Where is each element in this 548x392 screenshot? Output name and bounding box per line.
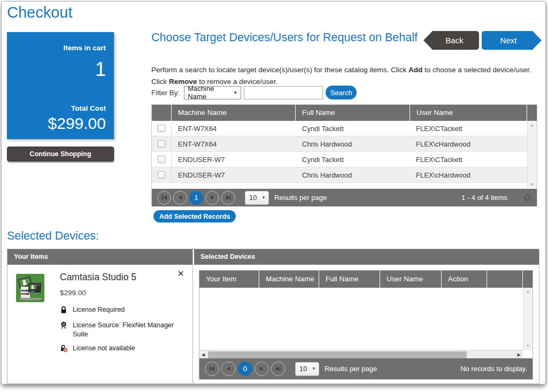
device-grid-header: Machine Name Full Name User Name — [152, 105, 537, 121]
column-header-full-name[interactable]: Full Name — [319, 271, 380, 288]
selected-devices-grid: Your Item Machine Name Full Name User Na… — [199, 270, 533, 380]
filter-row: Filter By: Machine Name ▼ Search — [151, 86, 357, 99]
selected-devices-header: Selected Devices — [194, 249, 539, 265]
scroll-right-icon[interactable]: ▶ — [518, 350, 521, 359]
page-size-select[interactable]: 10 ▼ — [245, 191, 269, 205]
selected-grid-pager: 0 10 ▼ Results per page No records to di… — [199, 358, 532, 379]
column-header-action[interactable]: Action — [442, 271, 487, 288]
column-header-machine-name[interactable]: Machine Name — [259, 271, 319, 288]
selected-grid-header: Your Item Machine Name Full Name User Na… — [199, 271, 532, 288]
machine-name-cell: ENT-W7X64 — [172, 140, 296, 148]
selected-devices-grid-wrap: Your Item Machine Name Full Name User Na… — [193, 265, 539, 385]
back-button[interactable]: Back — [423, 31, 479, 50]
table-row[interactable]: ENT-W7X64 Cyndi Tackett FLEX\CTackett — [152, 121, 537, 136]
license-source-badge: License Source: FlexNet Manager Suite — [60, 321, 180, 339]
license-badges: License Required License Source: FlexNet… — [60, 305, 180, 359]
column-header-machine-name[interactable]: Machine Name — [172, 105, 295, 121]
scroll-up-icon[interactable]: ▲ — [530, 123, 534, 127]
scroll-up-icon[interactable]: ▲ — [526, 290, 530, 294]
row-checkbox[interactable] — [158, 140, 165, 148]
user-name-cell: FLEX\cHardwood — [410, 171, 528, 179]
filter-search-input[interactable] — [244, 86, 323, 99]
chevron-down-icon: ▼ — [233, 90, 237, 95]
row-checkbox[interactable] — [158, 156, 165, 163]
filter-by-label: Filter By: — [151, 89, 180, 97]
last-page-icon — [226, 195, 231, 201]
cart-summary: Items in cart 1 Total Cost $299.00 — [7, 32, 114, 139]
total-cost-label: Total Cost — [71, 104, 106, 112]
next-page-button[interactable] — [205, 191, 219, 205]
scrollbar-header-spacer — [527, 105, 537, 121]
next-page-icon — [210, 195, 215, 201]
prev-page-icon — [226, 366, 231, 372]
scroll-left-icon[interactable]: ◀ — [202, 350, 205, 359]
add-selected-records-button[interactable]: Add Selected Records — [153, 210, 236, 222]
full-name-cell: Cyndi Tackett — [296, 125, 410, 133]
scroll-down-icon[interactable]: ▼ — [530, 182, 534, 186]
item-price: $299.00 — [60, 289, 86, 297]
item-name: Camtasia Studio 5 — [60, 272, 136, 283]
prev-page-button[interactable] — [173, 191, 187, 205]
last-page-button[interactable] — [271, 362, 285, 376]
next-page-button[interactable] — [254, 362, 269, 376]
license-required-badge: License Required — [60, 305, 180, 316]
refresh-icon[interactable] — [523, 194, 531, 202]
items-in-cart-count: 1 — [95, 58, 106, 81]
column-header-user-name[interactable]: User Name — [380, 271, 441, 288]
wizard-step-heading: Choose Target Devices/Users for Request … — [151, 30, 427, 45]
user-name-cell: FLEX\cHardwood — [410, 140, 528, 148]
user-name-cell: FLEX\CTackett — [410, 125, 528, 133]
first-page-icon — [209, 366, 215, 372]
row-checkbox-cell — [152, 167, 172, 182]
continue-shopping-button[interactable]: Continue Shopping — [7, 147, 114, 162]
license-required-text: License Required — [73, 305, 125, 316]
items-in-cart-label: Items in cart — [63, 44, 106, 52]
device-search-grid: Machine Name Full Name User Name ENT-W7X… — [151, 104, 537, 206]
no-records-label: No records to display. — [460, 365, 527, 373]
full-name-cell: Chris Hardwood — [296, 140, 410, 148]
prev-page-button[interactable] — [221, 362, 236, 376]
row-checkbox[interactable] — [158, 171, 165, 179]
page-size-select[interactable]: 10 ▼ — [295, 362, 319, 376]
vertical-scrollbar[interactable]: ▲ ▼ — [527, 121, 537, 188]
search-button[interactable]: Search — [326, 86, 357, 99]
next-button[interactable]: Next — [482, 31, 542, 50]
column-header-your-item[interactable]: Your Item — [199, 271, 259, 288]
current-page-button[interactable]: 0 — [238, 362, 252, 376]
table-row[interactable]: ENDUSER-W7 Chris Hardwood FLEX\cHardwood — [152, 167, 537, 183]
machine-name-cell: ENDUSER-W7 — [172, 156, 296, 164]
first-page-button[interactable] — [157, 191, 171, 205]
last-page-button[interactable] — [221, 191, 235, 205]
ribbon-icon — [60, 321, 68, 339]
scroll-down-icon[interactable]: ▼ — [526, 344, 530, 348]
column-header-full-name[interactable]: Full Name — [296, 105, 410, 121]
table-row[interactable]: ENDUSER-W7 Cyndi Tackett FLEX\CTackett — [152, 152, 537, 167]
close-icon[interactable]: × — [177, 268, 184, 279]
empty-column-header — [487, 271, 522, 288]
filter-field-select[interactable]: Machine Name ▼ — [184, 86, 241, 99]
instructions-part: Perform a search to locate target device… — [151, 66, 408, 74]
first-page-icon — [161, 195, 167, 201]
vertical-scrollbar[interactable]: ▲ ▼ — [523, 288, 532, 350]
row-checkbox[interactable] — [158, 125, 165, 132]
selected-devices-section: Your Items — [7, 249, 539, 384]
lock-unavailable-icon — [60, 344, 68, 355]
license-unavailable-text: License not available — [73, 344, 135, 355]
horizontal-scrollbar[interactable]: ◀ ▶ — [199, 350, 523, 359]
selected-grid-empty-body: ▲ ▼ — [199, 288, 532, 350]
page-size-value: 10 — [249, 194, 257, 202]
horizontal-scrollbar-thumb[interactable] — [208, 351, 467, 358]
checkout-page: Checkout Items in cart 1 Total Cost $299… — [1, 1, 546, 385]
prev-page-icon — [177, 195, 183, 201]
machine-name-cell: ENDUSER-W7 — [172, 171, 296, 179]
column-header-user-name[interactable]: User Name — [410, 105, 527, 121]
table-row[interactable]: ENT-W7X64 Chris Hardwood FLEX\cHardwood — [152, 136, 537, 152]
device-grid-pager: 1 10 ▼ Results per page 1 - 4 of 4 items — [152, 189, 537, 206]
total-cost-value: $299.00 — [48, 114, 106, 133]
first-page-button[interactable] — [205, 362, 219, 376]
row-checkbox-cell — [152, 152, 172, 167]
checkbox-column-header — [152, 105, 171, 121]
results-per-page-label: Results per page — [325, 365, 377, 373]
current-page-button[interactable]: 1 — [189, 191, 203, 205]
row-checkbox-cell — [152, 136, 172, 151]
